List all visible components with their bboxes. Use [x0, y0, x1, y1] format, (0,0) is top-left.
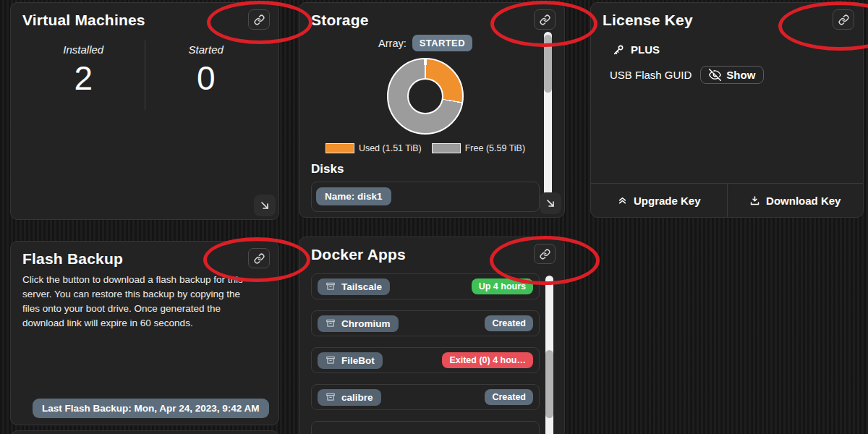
license-plan: PLUS	[631, 43, 660, 56]
docker-app-status-badge: Created	[485, 389, 533, 405]
legend-swatch	[326, 143, 354, 153]
disk-name-pill: Name: disk1	[316, 187, 391, 205]
storage-donut-chart	[311, 58, 540, 135]
flash-backup-description: Click the button to download a flash bac…	[22, 273, 258, 331]
storage-link-button[interactable]	[534, 9, 556, 30]
docker-scrollbar[interactable]	[545, 276, 553, 434]
donut-ring	[387, 58, 464, 135]
license-key-card: License Key PLUS USB Flash GUID Show	[590, 2, 864, 218]
docker-app-status-badge: Exited (0) 4 hou…	[442, 352, 533, 368]
legend-label: Free (5.59 TiB)	[465, 143, 525, 153]
docker-app-row: ChromiumCreated	[311, 310, 540, 336]
next-card-partial	[10, 430, 279, 434]
archive-box-icon	[326, 281, 336, 292]
download-key-label: Download Key	[766, 195, 841, 207]
flash-backup-card: Flash Backup Click the button to downloa…	[10, 241, 279, 425]
chart-legend: Used (1.51 TiB)Free (5.59 TiB)	[311, 143, 540, 153]
docker-app-pill[interactable]: Chromium	[318, 315, 399, 332]
download-icon	[749, 195, 760, 206]
docker-app-list: TailscaleUp 4 hours ChromiumCreated File…	[311, 273, 540, 434]
array-label: Array:	[378, 38, 407, 49]
vm-stat: Installed2	[22, 41, 145, 110]
docker-app-name: Chromium	[341, 318, 391, 329]
legend-item: Used (1.51 TiB)	[326, 143, 422, 153]
archive-box-icon	[326, 355, 336, 365]
license-footer: Upgrade Key Download Key	[591, 183, 863, 217]
download-key-button[interactable]: Download Key	[727, 184, 864, 217]
donut-hole	[407, 78, 443, 114]
docker-link-button[interactable]	[534, 244, 556, 264]
archive-box-icon	[326, 392, 336, 402]
card-title: Virtual Machines	[22, 12, 267, 29]
disks-panel: Name: disk1	[311, 182, 540, 212]
archive-box-icon	[326, 318, 336, 328]
link-icon	[540, 14, 550, 25]
show-guid-button[interactable]: Show	[700, 66, 764, 84]
card-title: License Key	[603, 12, 851, 29]
storage-resize-handle[interactable]	[540, 192, 561, 214]
vm-link-button[interactable]	[248, 9, 270, 30]
dashboard: Virtual Machines Installed2Started0 Stor…	[0, 0, 868, 434]
last-flash-backup-badge: Last Flash Backup: Mon, Apr 24, 2023, 9:…	[33, 399, 269, 418]
array-status-badge: STARTED	[412, 35, 472, 51]
upgrade-key-label: Upgrade Key	[634, 195, 701, 207]
arrow-down-right-icon	[545, 197, 556, 209]
vm-stat-label: Started	[145, 43, 268, 56]
flash-link-button[interactable]	[248, 248, 270, 268]
angles-up-icon	[617, 195, 628, 206]
docker-app-status-badge: Up 4 hours	[472, 278, 533, 294]
docker-app-name: FileBot	[341, 355, 375, 366]
legend-label: Used (1.51 TiB)	[359, 143, 422, 153]
scrollbar-thumb[interactable]	[545, 350, 553, 418]
docker-app-name: calibre	[341, 392, 373, 403]
docker-app-row: FileBotExited (0) 4 hou…	[311, 347, 540, 373]
card-title: Docker Apps	[311, 246, 540, 263]
vm-stats: Installed2Started0	[22, 41, 267, 110]
vm-stat-value: 2	[22, 60, 145, 97]
key-icon	[613, 44, 624, 56]
license-plan-row: PLUS	[613, 43, 851, 56]
guid-row: USB Flash GUID Show	[610, 66, 851, 84]
docker-app-status-badge: Created	[485, 315, 533, 331]
disks-heading: Disks	[311, 162, 540, 176]
scrollbar-thumb[interactable]	[544, 35, 552, 93]
docker-app-pill[interactable]: FileBot	[318, 352, 383, 369]
license-link-button[interactable]	[833, 9, 854, 30]
virtual-machines-card: Virtual Machines Installed2Started0	[10, 2, 279, 220]
storage-card: Storage Array: STARTED Used (1.51 TiB)Fr…	[299, 2, 565, 218]
vm-resize-handle[interactable]	[254, 195, 276, 216]
docker-app-row: TailscaleUp 4 hours	[311, 273, 540, 299]
upgrade-key-button[interactable]: Upgrade Key	[591, 184, 727, 217]
card-title: Storage	[311, 12, 540, 29]
link-icon	[254, 253, 265, 264]
guid-label: USB Flash GUID	[610, 69, 692, 81]
legend-swatch	[432, 143, 461, 153]
eye-slash-icon	[709, 69, 721, 81]
vm-stat-label: Installed	[22, 43, 145, 56]
docker-apps-card: Docker Apps TailscaleUp 4 hours Chromium…	[299, 237, 565, 434]
docker-app-row: calibreCreated	[311, 384, 540, 410]
vm-stat-value: 0	[145, 60, 268, 97]
show-button-label: Show	[726, 69, 755, 81]
link-icon	[838, 14, 849, 25]
card-title: Flash Backup	[22, 250, 267, 268]
arrow-down-right-icon	[259, 200, 271, 211]
legend-item: Free (5.59 TiB)	[432, 143, 525, 153]
link-icon	[540, 249, 550, 260]
array-status-row: Array: STARTED	[311, 35, 540, 51]
docker-app-pill[interactable]: calibre	[318, 389, 381, 406]
docker-app-name: Tailscale	[341, 281, 382, 292]
storage-scrollbar[interactable]	[544, 32, 552, 210]
vm-stat: Started0	[145, 41, 268, 110]
docker-app-pill[interactable]: Tailscale	[318, 278, 390, 295]
docker-app-row	[311, 421, 540, 434]
link-icon	[254, 14, 265, 25]
